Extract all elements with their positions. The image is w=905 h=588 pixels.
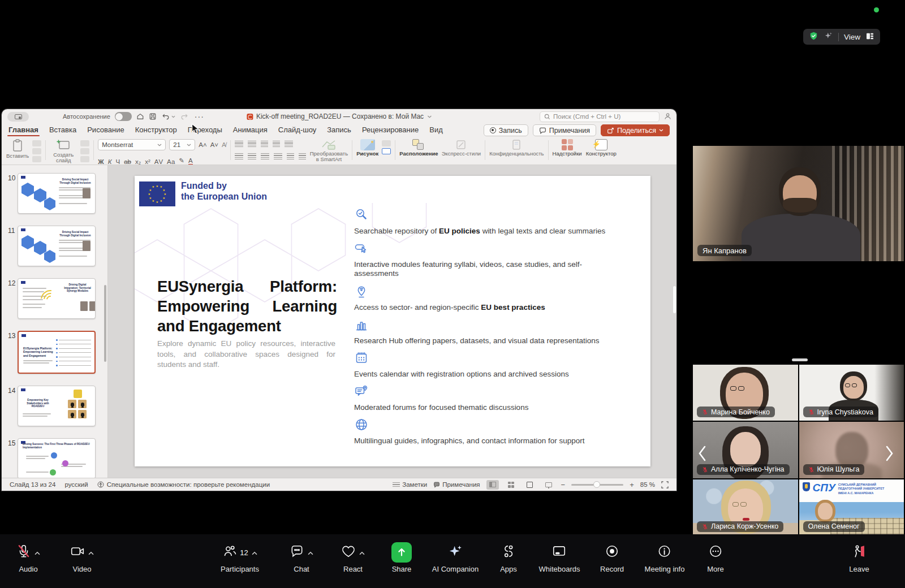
grow-font-icon[interactable]: A˄ bbox=[199, 141, 206, 148]
toolbar-ai-button[interactable]: AI Companion bbox=[432, 542, 479, 573]
shapes-icon[interactable] bbox=[382, 140, 391, 146]
slide-thumbnail-11[interactable]: Driving Social Impact Through Digital In… bbox=[18, 226, 96, 266]
ppt-tab-анимация[interactable]: Анимация bbox=[233, 124, 268, 136]
shapes-mini[interactable] bbox=[382, 139, 391, 154]
clipboard-mini-buttons[interactable] bbox=[32, 139, 41, 162]
italic-icon[interactable]: К bbox=[108, 158, 112, 165]
home-icon[interactable] bbox=[136, 113, 144, 120]
feature-item[interactable]: Multilingual guides, infographics, and c… bbox=[354, 417, 620, 446]
sensitivity-button[interactable]: Конфиденциальность bbox=[489, 139, 544, 157]
underline-icon[interactable]: Ч bbox=[115, 158, 120, 165]
columns-icon[interactable] bbox=[299, 153, 306, 159]
chevron-up-icon[interactable] bbox=[88, 547, 94, 557]
arrange-button[interactable]: Расположение bbox=[399, 139, 438, 157]
text-direction-icon[interactable] bbox=[287, 153, 294, 159]
chevron-up-icon[interactable] bbox=[308, 547, 313, 557]
zoom-in-button[interactable]: + bbox=[630, 481, 634, 489]
ppt-tab-рецензирование[interactable]: Рецензирование bbox=[362, 124, 419, 136]
feature-item[interactable]: Events calendar with registration option… bbox=[354, 351, 620, 379]
toolbar-participants-button[interactable]: 12Participants bbox=[221, 542, 259, 573]
addins-button[interactable]: Надстройки bbox=[553, 139, 582, 157]
convert-smartart-button[interactable]: Преобразоватьв SmartArt bbox=[310, 139, 348, 163]
toolbar-apps-button[interactable]: Apps bbox=[500, 542, 517, 573]
window-tab-button[interactable] bbox=[7, 112, 29, 122]
view-button-label[interactable]: View bbox=[844, 33, 860, 41]
section-icon[interactable] bbox=[80, 156, 89, 162]
participant-video[interactable]: СПУ СУМСЬКИЙ ДЕРЖАВНИЙПЕДАГОГІЧНИЙ УНІВЕ… bbox=[799, 479, 904, 535]
decrease-indent-icon[interactable] bbox=[261, 141, 268, 147]
notes-button[interactable]: Заметки bbox=[393, 481, 427, 488]
designer-button[interactable]: Конструктор bbox=[586, 139, 617, 157]
reading-view-button[interactable] bbox=[524, 480, 536, 490]
layout-icon[interactable] bbox=[80, 148, 89, 154]
autosave-toggle[interactable] bbox=[115, 112, 132, 121]
ppt-tab-вставка[interactable]: Вставка bbox=[49, 124, 76, 136]
superscript-icon[interactable]: x² bbox=[145, 158, 150, 165]
thumbnail-scrollbar[interactable] bbox=[104, 285, 106, 362]
ppt-tab-главная[interactable]: Главная bbox=[8, 124, 38, 136]
slide-thumbnail-12[interactable]: Driving Digital Integration: Territorial… bbox=[18, 278, 96, 319]
increase-indent-icon[interactable] bbox=[273, 141, 280, 147]
format-painter-icon[interactable] bbox=[32, 156, 41, 162]
font-size-select[interactable]: 21 bbox=[169, 139, 195, 150]
zoom-percentage[interactable]: 85 % bbox=[640, 481, 655, 488]
feature-item[interactable]: Access to sector- and region-specific EU… bbox=[354, 284, 620, 312]
toolbar-info-button[interactable]: Meeting info bbox=[645, 542, 685, 573]
language-indicator[interactable]: русский bbox=[64, 481, 88, 488]
participant-video[interactable]: Марина Бойченко bbox=[693, 365, 798, 421]
funded-by-text[interactable]: Funded by the European Union bbox=[181, 180, 267, 202]
slide-canvas[interactable]: ★★★★★★★★★★★★ Funded by the European Unio… bbox=[135, 176, 650, 466]
toolbar-leave-button[interactable]: Leave bbox=[849, 542, 869, 573]
slide-thumbnail-13[interactable]: EUSynergia Platform: Empowering Learning… bbox=[18, 331, 96, 374]
participant-video[interactable]: Iryna Chystiakova bbox=[799, 365, 904, 421]
accessibility-status[interactable]: Специальные возможности: проверьте реком… bbox=[97, 481, 270, 488]
text-box-icon[interactable] bbox=[382, 148, 391, 154]
copy-icon[interactable] bbox=[32, 148, 41, 154]
align-left-icon[interactable] bbox=[235, 153, 243, 159]
slide-thumbnail-14[interactable]: Empowering Key Stakeholders with ROAD2EU bbox=[18, 386, 96, 426]
fit-slide-icon[interactable] bbox=[661, 481, 669, 488]
slide-sorter-view-button[interactable] bbox=[505, 480, 518, 490]
zoom-slider-thumb[interactable] bbox=[593, 481, 600, 488]
save-icon[interactable] bbox=[149, 113, 157, 120]
presenter-icon[interactable] bbox=[663, 112, 672, 123]
table-icon[interactable] bbox=[80, 140, 89, 146]
chevron-up-icon[interactable] bbox=[252, 547, 257, 557]
quick-styles-button[interactable]: Экспресс-стили bbox=[442, 139, 481, 157]
new-slide-button[interactable]: Создать слайд bbox=[50, 139, 77, 164]
more-menu-icon[interactable]: ··· bbox=[195, 112, 204, 121]
search-input[interactable]: Поиск (Cmd + Ctrl + U) bbox=[540, 111, 660, 122]
record-button[interactable]: Запись bbox=[484, 124, 528, 136]
slide-thumbnail-10[interactable]: Driving Social Impact Through Digital In… bbox=[18, 173, 96, 214]
document-title[interactable]: Kick-off meeting_ROAD2EU — Сохранено в: … bbox=[247, 113, 432, 120]
font-name-select[interactable]: Montserrat bbox=[98, 139, 166, 150]
change-case-icon[interactable]: Аа bbox=[167, 158, 175, 165]
bold-icon[interactable]: Ж bbox=[98, 158, 104, 165]
feature-item[interactable]: Moderated forums for focused thematic di… bbox=[354, 384, 620, 412]
normal-view-button[interactable] bbox=[486, 480, 499, 490]
toolbar-video-button[interactable]: Video bbox=[70, 542, 94, 573]
feature-list[interactable]: Searchable repository of EU policies wit… bbox=[354, 207, 620, 451]
comments-button[interactable]: Примечания bbox=[533, 124, 596, 136]
shrink-font-icon[interactable]: A˅ bbox=[210, 141, 218, 148]
chevron-up-icon[interactable] bbox=[35, 547, 40, 557]
slide-mini-buttons[interactable] bbox=[80, 139, 89, 162]
toolbar-share-button[interactable]: Share bbox=[391, 542, 412, 573]
zoom-out-button[interactable]: − bbox=[561, 481, 566, 489]
paste-button[interactable]: Вставить bbox=[6, 139, 29, 159]
ppt-tab-запись[interactable]: Запись bbox=[327, 124, 351, 136]
slide-thumbnail-15[interactable]: Driving Success: The First Three Phases … bbox=[18, 438, 96, 478]
share-button[interactable]: Поделиться bbox=[601, 124, 670, 136]
highlight-color-icon[interactable]: ✎ bbox=[179, 157, 184, 165]
line-spacing-icon[interactable] bbox=[285, 141, 293, 147]
slide-subtitle[interactable]: Explore dynamic EU policy resources, int… bbox=[157, 339, 335, 370]
numbering-icon[interactable] bbox=[248, 141, 256, 147]
ppt-tab-рисование[interactable]: Рисование bbox=[87, 124, 124, 136]
slide-area-scrollbar[interactable] bbox=[673, 286, 676, 313]
toolbar-react-button[interactable]: React bbox=[341, 542, 365, 573]
undo-icon[interactable] bbox=[161, 113, 175, 120]
bullets-icon[interactable] bbox=[235, 141, 243, 147]
clear-format-icon[interactable]: A̸ bbox=[222, 141, 226, 148]
redo-icon[interactable] bbox=[180, 113, 189, 120]
slide-title[interactable]: EUSynergiaPlatform:EmpoweringLearningand… bbox=[157, 276, 337, 336]
